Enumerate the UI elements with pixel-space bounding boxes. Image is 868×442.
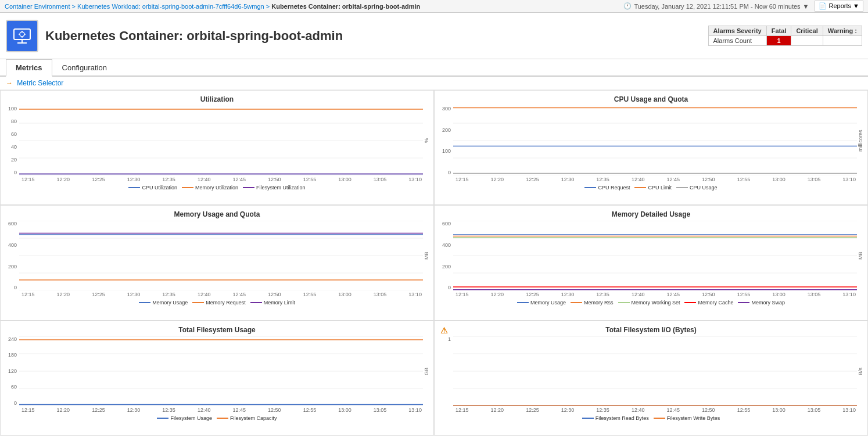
chart-title-total-filesystem-usage: Total Filesystem Usage — [3, 326, 431, 334]
y-axis-total-filesystem-io: 1 — [437, 336, 453, 406]
breadcrumb-current: Kubernetes Container: orbital-spring-boo… — [271, 3, 420, 10]
critical-header: Critical — [791, 26, 823, 36]
top-right-controls: 🕐 Tuesday, January 12, 2021 12:11:51 PM … — [623, 1, 863, 12]
alarms-table: Alarms Severity Fatal Critical Warning :… — [708, 26, 862, 46]
reports-icon: 📄 — [819, 2, 827, 9]
y-unit-total-filesystem-io: B/s — [857, 336, 865, 406]
time-display: Tuesday, January 12, 2021 12:11:51 PM - … — [634, 3, 800, 10]
chart-svg-total-filesystem-usage — [19, 336, 423, 406]
top-bar: Container Environment > Kubernetes Workl… — [0, 0, 868, 13]
alarms-section: Alarms Severity Fatal Critical Warning :… — [708, 26, 862, 46]
y-axis-cpu-usage-quota: 3002001000 — [437, 106, 453, 175]
legend-memory-usage-quota: Memory UsageMemory RequestMemory Limit — [3, 300, 431, 306]
legend-utilization: CPU UtilizationMemory UtilizationFilesys… — [3, 185, 431, 191]
x-axis-total-filesystem-usage: 12:1512:2012:2512:3012:3512:4012:4512:50… — [21, 407, 422, 413]
legend-item: CPU Request — [584, 185, 630, 191]
legend-item: Memory Swap — [738, 300, 785, 306]
y-axis-memory-usage-quota: 6004002000 — [3, 221, 19, 290]
chart-title-utilization: Utilization — [3, 95, 431, 103]
legend-item: Memory Cache — [684, 300, 733, 306]
alarms-count-label: Alarms Count — [708, 36, 766, 46]
chevron-down-icon: ▼ — [853, 2, 859, 9]
time-selector[interactable]: 🕐 Tuesday, January 12, 2021 12:11:51 PM … — [623, 2, 809, 10]
chart-svg-utilization — [19, 106, 423, 175]
chart-svg-total-filesystem-io — [453, 336, 857, 406]
chart-title-memory-usage-quota: Memory Usage and Quota — [3, 210, 431, 218]
tab-configuration[interactable]: Configuration — [52, 59, 117, 77]
chart-panel-total-filesystem-io: ⚠Total Filesystem I/O (Bytes)1B/s12:1512… — [434, 321, 868, 436]
x-axis-cpu-usage-quota: 12:1512:2012:2512:3012:3512:4012:4512:50… — [455, 177, 856, 182]
chart-svg-memory-usage-quota — [19, 221, 423, 290]
legend-item: Memory Usage — [517, 300, 566, 306]
legend-item: Filesystem Capacity — [217, 415, 277, 421]
legend-item: CPU Limit — [634, 185, 672, 191]
metric-selector-label: Metric Selector — [17, 79, 63, 87]
y-unit-memory-usage-quota: MB — [423, 221, 431, 290]
tab-metrics[interactable]: Metrics — [6, 59, 52, 77]
chevron-down-icon: ▼ — [803, 3, 809, 10]
chart-title-memory-detailed-usage: Memory Detailed Usage — [437, 210, 865, 218]
x-axis-total-filesystem-io: 12:1512:2012:2512:3012:3512:4012:4512:50… — [455, 407, 856, 413]
fatal-count: 1 — [766, 36, 791, 46]
arrow-icon: → — [6, 79, 13, 87]
alarms-severity-header: Alarms Severity — [708, 26, 766, 36]
y-axis-total-filesystem-usage: 240180120600 — [3, 336, 19, 406]
chart-svg-cpu-usage-quota — [453, 106, 857, 175]
kubernetes-icon — [6, 20, 38, 52]
chart-panel-memory-detailed-usage: Memory Detailed Usage6004002000MB12:1512… — [434, 205, 868, 320]
tabs-bar: Metrics Configuration — [0, 59, 868, 77]
clock-icon: 🕐 — [623, 2, 632, 10]
x-axis-utilization: 12:1512:2012:2512:3012:3512:4012:4512:50… — [21, 177, 422, 182]
legend-total-filesystem-usage: Filesystem UsageFilesystem Capacity — [3, 415, 431, 421]
chart-panel-memory-usage-quota: Memory Usage and Quota6004002000MB12:151… — [0, 205, 434, 320]
legend-item: Filesystem Usage — [157, 415, 212, 421]
reports-label: Reports — [829, 2, 852, 9]
legend-item: Filesystem Read Bytes — [582, 415, 649, 421]
breadcrumb: Container Environment > Kubernetes Workl… — [5, 3, 420, 10]
breadcrumb-k8s-workload[interactable]: Kubernetes Workload: orbital-spring-boot… — [77, 3, 264, 10]
charts-grid: Utilization100806040200%12:1512:2012:251… — [0, 90, 868, 436]
legend-item: Memory Request — [192, 300, 246, 306]
y-unit-utilization: % — [423, 106, 431, 175]
legend-memory-detailed-usage: Memory UsageMemory RssMemory Working Set… — [437, 300, 865, 306]
legend-item: CPU Utilization — [128, 185, 177, 191]
breadcrumb-container-env[interactable]: Container Environment — [5, 3, 70, 10]
x-axis-memory-detailed-usage: 12:1512:2012:2512:3012:3512:4012:4512:50… — [455, 292, 856, 297]
chart-svg-memory-detailed-usage — [453, 221, 857, 290]
warning-header: Warning : — [823, 26, 862, 36]
metric-selector-bar[interactable]: → Metric Selector — [0, 77, 868, 90]
legend-item: Memory Limit — [250, 300, 295, 306]
alert-icon: ⚠ — [440, 326, 448, 335]
x-axis-memory-usage-quota: 12:1512:2012:2512:3012:3512:4012:4512:50… — [21, 292, 422, 297]
legend-item: CPU Usage — [676, 185, 718, 191]
chart-panel-cpu-usage-quota: CPU Usage and Quota3002001000millicores1… — [434, 90, 868, 205]
legend-item: Filesystem Utilization — [243, 185, 306, 191]
legend-item: Memory Working Set — [618, 300, 680, 306]
warning-count — [823, 36, 862, 46]
page-title: Kubernetes Container: orbital-spring-boo… — [45, 28, 343, 44]
legend-item: Memory Usage — [139, 300, 188, 306]
page-header: Kubernetes Container: orbital-spring-boo… — [0, 13, 868, 59]
y-unit-memory-detailed-usage: MB — [857, 221, 865, 290]
chart-title-total-filesystem-io: ⚠Total Filesystem I/O (Bytes) — [437, 326, 865, 334]
chart-panel-utilization: Utilization100806040200%12:1512:2012:251… — [0, 90, 434, 205]
y-unit-cpu-usage-quota: millicores — [857, 106, 865, 175]
fatal-header: Fatal — [766, 26, 791, 36]
critical-count — [791, 36, 823, 46]
reports-button[interactable]: 📄 Reports ▼ — [815, 1, 863, 12]
y-axis-memory-detailed-usage: 6004002000 — [437, 221, 453, 290]
header-left: Kubernetes Container: orbital-spring-boo… — [6, 20, 343, 52]
y-unit-total-filesystem-usage: GB — [423, 336, 431, 406]
y-axis-utilization: 100806040200 — [3, 106, 19, 175]
legend-cpu-usage-quota: CPU RequestCPU LimitCPU Usage — [437, 185, 865, 191]
chart-panel-total-filesystem-usage: Total Filesystem Usage240180120600GB12:1… — [0, 321, 434, 436]
legend-item: Memory Utilization — [182, 185, 238, 191]
legend-item: Filesystem Write Bytes — [654, 415, 720, 421]
chart-title-cpu-usage-quota: CPU Usage and Quota — [437, 95, 865, 103]
legend-item: Memory Rss — [571, 300, 614, 306]
legend-total-filesystem-io: Filesystem Read BytesFilesystem Write By… — [437, 415, 865, 421]
